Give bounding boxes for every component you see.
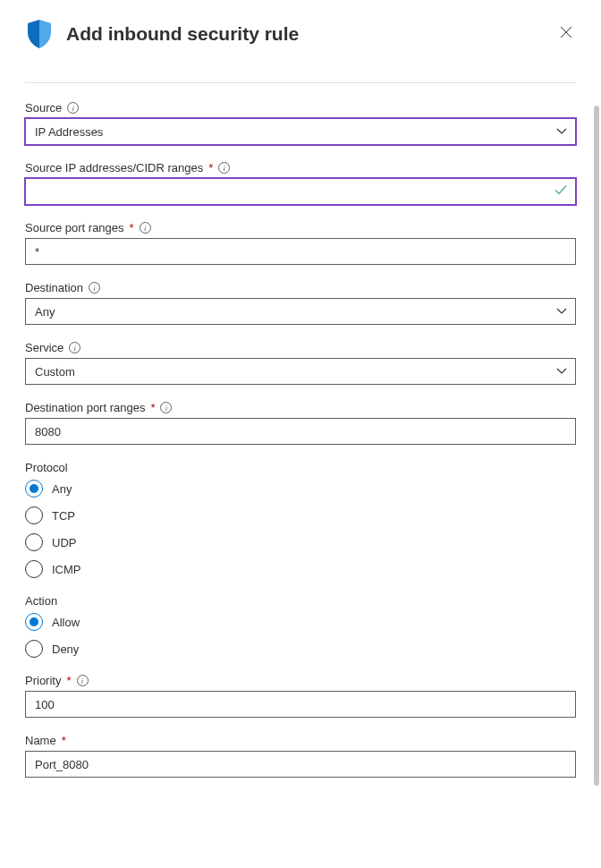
info-icon[interactable]: i	[77, 675, 89, 686]
protocol-radio-any[interactable]: Any	[25, 480, 576, 498]
radio-indicator	[25, 640, 43, 658]
radio-label: Any	[52, 482, 72, 496]
info-icon[interactable]: i	[89, 282, 100, 294]
dest-port-label-row: Destination port ranges * i	[25, 401, 576, 414]
radio-label: ICMP	[52, 563, 81, 576]
scrollbar-thumb[interactable]	[594, 106, 599, 786]
destination-label-row: Destination i	[25, 281, 576, 294]
field-protocol: Protocol Any TCP UDP ICMP	[25, 461, 576, 578]
radio-label: TCP	[52, 509, 75, 523]
source-label: Source	[25, 101, 62, 115]
radio-label: Allow	[52, 616, 80, 629]
radio-label: UDP	[52, 536, 76, 549]
required-asterisk: *	[208, 161, 213, 174]
info-icon[interactable]: i	[218, 162, 230, 174]
priority-label: Priority	[25, 674, 61, 687]
source-ip-label-row: Source IP addresses/CIDR ranges * i	[25, 161, 576, 174]
destination-select[interactable]: Any	[25, 298, 576, 325]
required-asterisk: *	[130, 221, 134, 234]
close-button[interactable]	[556, 21, 576, 45]
action-label: Action	[25, 594, 57, 608]
protocol-radio-tcp[interactable]: TCP	[25, 506, 576, 524]
info-icon[interactable]: i	[69, 342, 80, 353]
radio-indicator	[25, 533, 43, 551]
panel-header: Add inbound security rule	[25, 18, 576, 82]
info-icon[interactable]: i	[160, 402, 172, 413]
destination-select-wrap: Any	[25, 298, 576, 325]
required-asterisk: *	[150, 401, 155, 414]
source-ip-input[interactable]	[25, 178, 576, 205]
info-icon[interactable]: i	[140, 222, 151, 234]
radio-indicator	[25, 560, 43, 578]
action-radio-group: Allow Deny	[25, 613, 576, 658]
required-asterisk: *	[62, 734, 66, 747]
source-port-input[interactable]	[25, 238, 576, 265]
shield-icon	[25, 18, 54, 50]
field-source-ip: Source IP addresses/CIDR ranges * i	[25, 161, 576, 205]
priority-input[interactable]	[25, 691, 576, 718]
protocol-radio-udp[interactable]: UDP	[25, 533, 576, 551]
service-select[interactable]: Custom	[25, 358, 576, 385]
field-priority: Priority * i	[25, 674, 576, 718]
source-select-wrap: IP Addresses	[25, 118, 576, 145]
action-label-row: Action	[25, 594, 576, 608]
divider	[25, 82, 576, 83]
radio-indicator	[25, 506, 43, 524]
dest-port-label: Destination port ranges	[25, 401, 145, 414]
source-ip-label: Source IP addresses/CIDR ranges	[25, 161, 203, 174]
source-ip-input-wrap	[25, 178, 576, 205]
source-port-label-row: Source port ranges * i	[25, 221, 576, 234]
radio-indicator	[25, 480, 43, 498]
field-name: Name *	[25, 734, 576, 778]
source-port-label: Source port ranges	[25, 221, 124, 234]
radio-label: Deny	[52, 642, 79, 656]
field-source-port: Source port ranges * i	[25, 221, 576, 265]
name-label-row: Name *	[25, 734, 576, 747]
protocol-radio-group: Any TCP UDP ICMP	[25, 480, 576, 578]
scrollbar[interactable]	[594, 106, 599, 812]
field-service: Service i Custom	[25, 341, 576, 385]
required-asterisk: *	[66, 674, 71, 687]
service-label: Service	[25, 341, 63, 354]
protocol-label-row: Protocol	[25, 461, 576, 474]
dest-port-input[interactable]	[25, 418, 576, 445]
source-label-row: Source i	[25, 101, 576, 115]
panel-title: Add inbound security rule	[66, 23, 299, 45]
action-radio-allow[interactable]: Allow	[25, 613, 576, 631]
action-radio-deny[interactable]: Deny	[25, 640, 576, 658]
radio-indicator	[25, 613, 43, 631]
field-destination: Destination i Any	[25, 281, 576, 325]
protocol-radio-icmp[interactable]: ICMP	[25, 560, 576, 578]
protocol-label: Protocol	[25, 461, 68, 474]
name-input[interactable]	[25, 751, 576, 778]
info-icon[interactable]: i	[67, 102, 79, 114]
service-label-row: Service i	[25, 341, 576, 354]
priority-label-row: Priority * i	[25, 674, 576, 687]
destination-label: Destination	[25, 281, 83, 294]
field-source: Source i IP Addresses	[25, 101, 576, 145]
name-label: Name	[25, 734, 56, 747]
field-action: Action Allow Deny	[25, 594, 576, 658]
field-dest-port: Destination port ranges * i	[25, 401, 576, 445]
service-select-wrap: Custom	[25, 358, 576, 385]
source-select[interactable]: IP Addresses	[25, 118, 576, 145]
